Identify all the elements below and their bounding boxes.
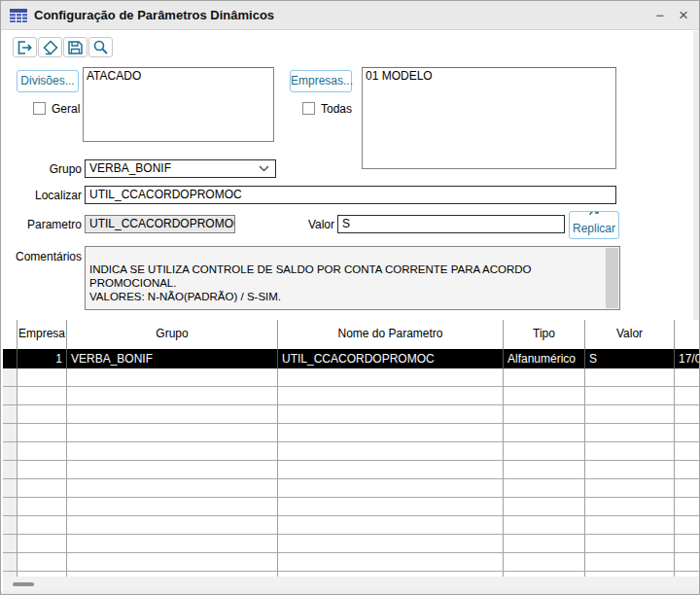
search-button[interactable]	[88, 37, 113, 57]
grid-cell[interactable]	[3, 424, 18, 442]
grid-cell[interactable]	[278, 387, 504, 405]
grid-cell[interactable]	[278, 424, 504, 442]
group-select[interactable]: VERBA_BONIF	[85, 159, 276, 178]
grid-header-cell[interactable]: Grupo	[67, 320, 278, 349]
grid-empty-row[interactable]	[3, 498, 699, 516]
grid-cell[interactable]	[675, 516, 699, 535]
grid-cell[interactable]	[278, 405, 504, 424]
grid-cell[interactable]	[18, 442, 67, 461]
grid-cell[interactable]	[585, 387, 675, 405]
grid-empty-row[interactable]	[3, 479, 699, 498]
grid-empty-row[interactable]	[3, 516, 699, 535]
grid-cell[interactable]	[67, 553, 278, 572]
scrollbar-thumb[interactable]	[13, 582, 34, 586]
grid-cell[interactable]	[67, 405, 278, 424]
companies-button[interactable]: Empresas...	[290, 70, 352, 92]
grid-cell[interactable]	[3, 553, 18, 572]
grid-empty-row[interactable]	[3, 461, 699, 479]
grid-cell[interactable]	[585, 368, 675, 387]
grid-cell[interactable]	[278, 461, 504, 479]
grid-cell[interactable]	[3, 442, 18, 461]
list-item[interactable]: ATACADO	[84, 68, 273, 85]
grid-cell[interactable]	[3, 368, 18, 387]
grid-cell[interactable]	[278, 368, 504, 387]
grid-header-cell[interactable]: Nome do Parametro	[278, 320, 504, 349]
grid-cell[interactable]	[675, 479, 699, 498]
grid-cell[interactable]	[504, 387, 585, 405]
save-button[interactable]	[63, 37, 88, 57]
grid-cell[interactable]	[504, 442, 585, 461]
grid-cell[interactable]	[675, 424, 699, 442]
grid-cell[interactable]	[585, 461, 675, 479]
grid-cell[interactable]	[278, 553, 504, 572]
grid-cell[interactable]	[18, 553, 67, 572]
grid-cell[interactable]	[67, 461, 278, 479]
grid-cell[interactable]	[585, 424, 675, 442]
replicate-button[interactable]: Replicar	[569, 211, 619, 239]
grid-cell[interactable]	[504, 479, 585, 498]
grid-cell[interactable]: 17/0	[675, 349, 699, 368]
grid-empty-row[interactable]	[3, 442, 699, 461]
grid-cell[interactable]	[675, 368, 699, 387]
grid-empty-row[interactable]	[3, 535, 699, 553]
grid-cell[interactable]	[585, 498, 675, 516]
grid-cell[interactable]	[278, 442, 504, 461]
grid-cell[interactable]	[18, 461, 67, 479]
grid-cell[interactable]	[67, 387, 278, 405]
value-input[interactable]: S	[337, 215, 565, 233]
grid-cell[interactable]	[675, 498, 699, 516]
grid-cell[interactable]	[3, 535, 18, 553]
grid-empty-row[interactable]	[3, 553, 699, 572]
grid-horizontal-scrollbar[interactable]	[3, 577, 699, 592]
grid-header-cell[interactable]	[675, 320, 699, 349]
grid-cell[interactable]	[18, 479, 67, 498]
grid-cell[interactable]	[504, 516, 585, 535]
grid-cell[interactable]	[18, 405, 67, 424]
grid-cell[interactable]	[278, 516, 504, 535]
grid-cell[interactable]	[18, 498, 67, 516]
clear-button[interactable]	[38, 37, 62, 57]
grid-cell[interactable]: 1	[18, 349, 67, 368]
grid-cell[interactable]	[585, 553, 675, 572]
grid-cell[interactable]	[504, 368, 585, 387]
grid-cell[interactable]	[67, 424, 278, 442]
grid-cell[interactable]	[504, 553, 585, 572]
grid-cell[interactable]	[504, 498, 585, 516]
grid-cell[interactable]	[67, 368, 278, 387]
row-indicator-cell[interactable]	[3, 349, 18, 368]
grid-cell[interactable]	[3, 498, 18, 516]
grid-cell[interactable]	[67, 442, 278, 461]
grid-cell[interactable]	[67, 535, 278, 553]
grid-cell[interactable]	[278, 498, 504, 516]
grid-header-cell[interactable]: Tipo	[504, 320, 585, 349]
grid-header-cell[interactable]: Empresa	[18, 320, 67, 349]
grid-cell[interactable]	[3, 387, 18, 405]
grid-cell[interactable]	[18, 516, 67, 535]
grid-cell[interactable]	[585, 516, 675, 535]
grid-cell[interactable]	[278, 479, 504, 498]
grid-row-selected[interactable]: 1VERBA_BONIFUTIL_CCACORDOPROMOCAlfanumér…	[3, 349, 699, 368]
grid-cell[interactable]	[585, 479, 675, 498]
grid-cell[interactable]	[585, 442, 675, 461]
companies-listbox[interactable]: 01 MODELO	[362, 67, 616, 169]
grid-empty-row[interactable]	[3, 387, 699, 405]
grid-cell[interactable]	[585, 535, 675, 553]
grid-cell[interactable]	[3, 516, 18, 535]
grid-cell[interactable]: VERBA_BONIF	[67, 349, 278, 368]
grid-empty-row[interactable]	[3, 368, 699, 387]
general-checkbox[interactable]	[33, 102, 46, 115]
grid-cell[interactable]	[3, 479, 18, 498]
grid-cell[interactable]	[504, 461, 585, 479]
grid-cell[interactable]	[67, 516, 278, 535]
comments-textarea[interactable]: INDICA SE UTILIZA CONTROLE DE SALDO POR …	[85, 246, 620, 310]
grid-cell[interactable]	[18, 424, 67, 442]
grid-cell[interactable]	[67, 479, 278, 498]
grid-cell[interactable]	[675, 553, 699, 572]
exit-button[interactable]	[13, 37, 37, 57]
grid-cell[interactable]	[585, 405, 675, 424]
grid-cell[interactable]	[675, 442, 699, 461]
grid-header-cell[interactable]	[3, 320, 18, 349]
grid-cell[interactable]	[675, 405, 699, 424]
grid-cell[interactable]	[675, 387, 699, 405]
grid-cell[interactable]	[675, 535, 699, 553]
